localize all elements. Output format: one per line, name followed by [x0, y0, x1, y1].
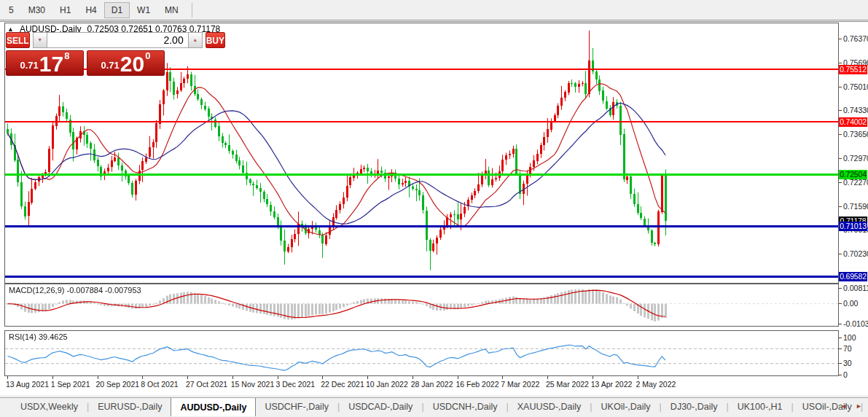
date-axis-tick	[638, 376, 638, 379]
buy-button[interactable]: BUY	[206, 32, 225, 48]
symbol-tab-hk50[interactable]: HK50-	[863, 398, 868, 417]
symbol-tab-usdchf-daily[interactable]: USDCHF-,Daily	[256, 398, 337, 417]
symbol-tab-dj30-daily[interactable]: DJ30-,Daily	[662, 398, 727, 417]
price-level-tag: 0.72504	[839, 170, 867, 179]
price-axis-tick	[839, 134, 842, 135]
price-axis-tick	[839, 87, 842, 87]
macd-indicator-label: MACD(12,26,9) -0.007884 -0.007953	[9, 286, 141, 295]
tab-scroll-left-icon[interactable]: ◄	[840, 402, 847, 410]
timeframe-button-m30[interactable]: M30	[21, 2, 52, 18]
symbol-tab-usdx-weekly[interactable]: USDX,Weekly	[12, 398, 87, 417]
sell-price-big: 17	[39, 54, 63, 74]
price-axis-label: 0.75010	[843, 82, 868, 91]
price-axis-tick	[839, 39, 842, 39]
date-axis-label: 20 Sep 2021	[96, 380, 140, 389]
buy-price-big: 20	[120, 54, 144, 74]
tab-scroll-right-icon[interactable]: ►	[856, 402, 862, 410]
trading-terminal: { "toolbar": { "items": ["5", "M30", "H1…	[0, 0, 868, 417]
price-level-tag: 0.71013	[839, 222, 867, 231]
date-axis-label: 28 Jan 2022	[411, 380, 453, 389]
price-axis-tick	[839, 63, 842, 63]
date-axis-tick	[232, 376, 233, 379]
tab-scroll-controls: ◄ ►	[840, 402, 862, 410]
date-axis-tick	[52, 376, 53, 379]
symbol-tab-xauusd-daily[interactable]: XAUUSD-,Daily	[509, 398, 590, 417]
date-axis-tick	[7, 376, 8, 379]
price-axis-label: 0.72970	[843, 154, 868, 163]
spinner-up-icon: ▲	[192, 37, 198, 42]
buy-price-sup: 0	[145, 50, 150, 61]
price-axis-label: 0.72270	[843, 178, 868, 187]
macd-axis-label: 0.00811	[843, 284, 868, 292]
timeframe-button-w1[interactable]: W1	[130, 2, 157, 18]
date-axis-tick	[502, 376, 503, 379]
price-axis-label: 0.76370	[843, 34, 868, 43]
date-axis-label: 16 Feb 2022	[456, 380, 499, 389]
price-axis-label: 0.71590	[843, 202, 868, 211]
timeframe-button-h1[interactable]: H1	[52, 2, 78, 18]
sell-button[interactable]: SELL	[6, 32, 30, 48]
date-axis-label: 22 Dec 2021	[321, 380, 364, 389]
date-axis-label: 13 Aug 2021	[6, 380, 49, 389]
rsi-axis-tick	[839, 363, 842, 364]
volume-decrease-button[interactable]: ▼	[33, 32, 47, 48]
rsi-indicator-label: RSI(14) 39.4625	[9, 332, 68, 341]
symbol-tab-eurusd-daily[interactable]: EURUSD-,Daily	[89, 398, 171, 417]
one-click-trading-panel: SELL ▼ ▲ BUY 0.71 17 8 0.71 20 0	[6, 32, 165, 76]
trade-panel-top-row: SELL ▼ ▲ BUY	[6, 32, 165, 48]
price-axis-tick	[839, 206, 842, 207]
date-axis-label: 8 Oct 2021	[141, 380, 178, 389]
symbol-tab-usdcad-daily[interactable]: USDCAD-,Daily	[340, 398, 421, 417]
timeframe-button-5[interactable]: 5	[1, 2, 21, 18]
volume-input[interactable]	[47, 32, 188, 48]
date-axis-tick	[187, 376, 188, 379]
rsi-axis-tick	[839, 375, 842, 375]
timeframe-toolbar: 5M30H1H4D1W1MN	[0, 0, 868, 20]
toolbar-separator	[192, 3, 192, 17]
macd-axis-tick	[839, 324, 842, 324]
rsi-chart-canvas[interactable]	[5, 331, 838, 375]
date-axis-label: 25 Mar 2022	[546, 380, 589, 389]
rsi-axis-label: 70	[843, 344, 852, 353]
date-axis-tick	[593, 376, 593, 379]
macd-axis-tick	[839, 303, 842, 304]
timeframe-button-d1[interactable]: D1	[104, 2, 130, 18]
date-axis-label: 10 Jan 2022	[366, 380, 408, 389]
date-axis-tick	[322, 376, 323, 379]
symbol-tab-uk100-h1[interactable]: UK100-,H1	[729, 398, 791, 417]
rsi-axis-label: 100	[843, 333, 856, 342]
spinner-down-icon: ▼	[37, 37, 42, 42]
price-level-tag: 0.74002	[839, 117, 867, 127]
date-axis-label: 13 Apr 2022	[591, 380, 633, 389]
sell-price-box[interactable]: 0.71 17 8	[6, 50, 84, 76]
price-axis-tick	[839, 182, 842, 183]
rsi-panel[interactable]	[4, 330, 839, 376]
rsi-axis-label: 0	[843, 370, 848, 379]
volume-spinner: ▼ ▲	[33, 32, 203, 48]
volume-increase-button[interactable]: ▲	[188, 32, 203, 48]
date-axis-label: 3 Dec 2021	[276, 380, 316, 389]
rsi-axis-tick	[839, 348, 842, 349]
macd-axis-tick	[839, 288, 842, 289]
sell-price-sup: 8	[64, 50, 69, 61]
date-axis-tick	[98, 376, 98, 379]
symbol-tab-ukoil-daily[interactable]: UKOil-,Daily	[593, 398, 660, 417]
trade-panel-prices: 0.71 17 8 0.71 20 0	[6, 50, 165, 76]
date-axis-tick	[142, 376, 143, 379]
symbol-tab-usdcnh-daily[interactable]: USDCNH-,Daily	[424, 398, 507, 417]
price-level-tag: 0.75512	[839, 65, 867, 74]
price-axis-tick	[839, 158, 842, 159]
date-axis-tick	[278, 376, 278, 379]
price-axis-tick	[839, 110, 842, 111]
timeframe-button-h4[interactable]: H4	[78, 2, 103, 18]
sell-price-prefix: 0.71	[20, 60, 39, 71]
buy-price-box[interactable]: 0.71 20 0	[87, 50, 165, 76]
date-axis-tick	[458, 376, 458, 379]
date-axis-label: 15 Nov 2021	[231, 380, 275, 389]
rsi-axis-tick	[839, 338, 842, 338]
price-axis-label: 0.74330	[843, 106, 868, 114]
date-axis-tick	[367, 376, 368, 379]
timeframe-button-mn[interactable]: MN	[157, 2, 186, 18]
date-axis-tick	[413, 376, 413, 379]
symbol-tab-audusd-daily[interactable]: AUDUSD-,Daily	[171, 397, 256, 416]
